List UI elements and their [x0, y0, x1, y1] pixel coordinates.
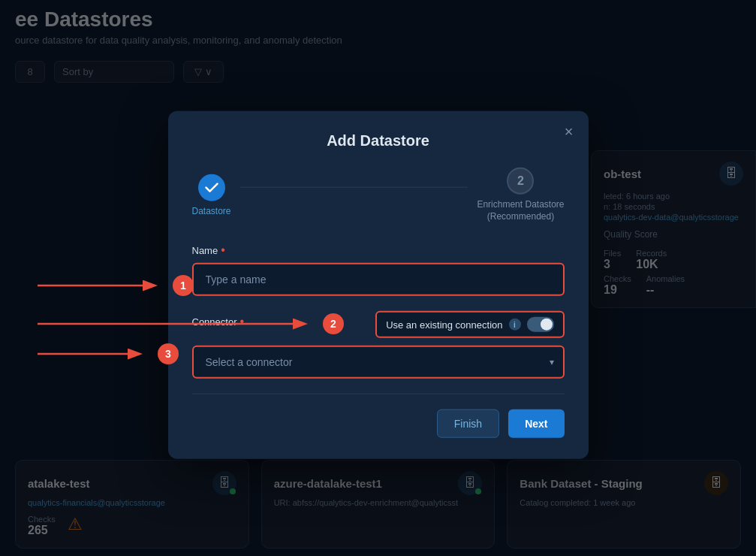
- info-icon[interactable]: i: [509, 319, 521, 331]
- connector-select-wrapper: Select a connector ▾: [192, 346, 565, 379]
- modal-footer: Finish Next: [192, 409, 565, 438]
- step-line: [240, 187, 468, 188]
- add-datastore-modal: × Add Datastore Datastore 2 Enrichment D…: [168, 111, 589, 459]
- annotation-circle-1: 1: [173, 275, 194, 296]
- finish-button[interactable]: Finish: [437, 409, 499, 438]
- step-2: 2 Enrichment Datastore (Recommended): [477, 168, 564, 222]
- next-button[interactable]: Next: [508, 409, 564, 438]
- annotation-circle-2: 2: [323, 313, 344, 334]
- annotation-circle-3: 3: [158, 343, 179, 364]
- existing-connection-toggle-wrapper: Use an existing connection i: [375, 311, 564, 338]
- step-1-circle: [198, 174, 225, 201]
- step-1: Datastore: [192, 174, 231, 216]
- annotation-1-group: 1: [38, 274, 194, 297]
- annotation-2-arrow: [38, 313, 323, 335]
- name-required-indicator: •: [221, 243, 225, 257]
- step-1-label: Datastore: [192, 205, 231, 216]
- modal-divider: [192, 394, 565, 394]
- stepper: Datastore 2 Enrichment Datastore (Recomm…: [192, 168, 565, 222]
- modal-close-button[interactable]: ×: [565, 123, 574, 141]
- connector-select[interactable]: Select a connector: [192, 346, 565, 379]
- name-input[interactable]: [192, 263, 565, 296]
- annotation-3-arrow: [38, 343, 158, 365]
- name-field-label: Name •: [192, 243, 565, 257]
- name-field-group: Name •: [192, 243, 565, 296]
- annotation-2-group: 2: [38, 313, 344, 335]
- annotation-1-arrow: [38, 274, 173, 297]
- annotation-3-group: 3: [38, 343, 179, 365]
- step-2-label: Enrichment Datastore (Recommended): [477, 199, 564, 222]
- modal-title: Add Datastore: [192, 132, 565, 150]
- existing-connection-label: Use an existing connection: [386, 319, 502, 330]
- step-2-circle: 2: [507, 168, 534, 195]
- existing-connection-toggle[interactable]: [527, 317, 554, 332]
